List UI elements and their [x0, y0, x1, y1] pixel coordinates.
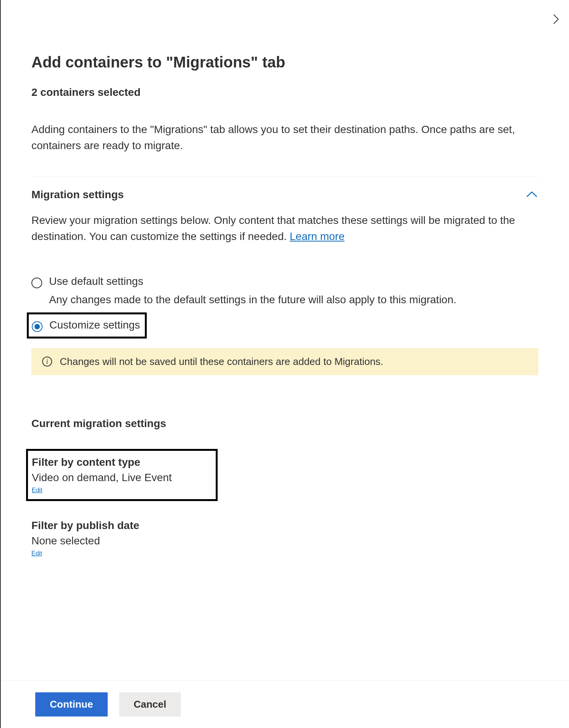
- edit-publish-date-link[interactable]: Edit: [31, 550, 42, 557]
- learn-more-link[interactable]: Learn more: [290, 230, 344, 242]
- filter-publish-date-title: Filter by publish date: [31, 519, 538, 532]
- page-description: Adding containers to the "Migrations" ta…: [31, 122, 538, 154]
- info-icon: i: [42, 357, 52, 366]
- migration-settings-description: Review your migration settings below. On…: [31, 212, 538, 245]
- customize-settings-radio[interactable]: [32, 321, 43, 332]
- selection-count: 2 containers selected: [31, 86, 538, 99]
- continue-button[interactable]: Continue: [35, 692, 108, 716]
- use-default-settings-label: Use default settings: [49, 275, 143, 288]
- use-default-settings-sublabel: Any changes made to the default settings…: [49, 292, 538, 308]
- customize-settings-highlight: Customize settings: [27, 312, 147, 339]
- cancel-button[interactable]: Cancel: [119, 692, 181, 716]
- footer-actions: Continue Cancel: [1, 680, 569, 728]
- use-default-settings-radio[interactable]: [31, 278, 42, 288]
- migration-settings-header: Migration settings: [31, 189, 124, 201]
- filter-publish-date-value: None selected: [31, 535, 538, 547]
- divider: [31, 177, 538, 177]
- filter-content-type-title: Filter by content type: [32, 456, 210, 468]
- close-panel-chevron-icon[interactable]: [551, 12, 561, 30]
- radio-dot-icon: [34, 324, 40, 329]
- info-banner-text: Changes will not be saved until these co…: [60, 356, 383, 368]
- info-banner: i Changes will not be saved until these …: [31, 348, 538, 375]
- page-title: Add containers to "Migrations" tab: [31, 54, 538, 71]
- filter-content-type-block: Filter by content type Video on demand, …: [26, 449, 218, 501]
- edit-content-type-link[interactable]: Edit: [32, 487, 43, 493]
- filter-publish-date-block: Filter by publish date None selected Edi…: [31, 519, 538, 557]
- chevron-up-icon[interactable]: [525, 189, 538, 201]
- filter-content-type-value: Video on demand, Live Event: [32, 472, 210, 484]
- current-migration-settings-header: Current migration settings: [31, 417, 538, 430]
- customize-settings-label: Customize settings: [49, 319, 140, 331]
- settings-mode-radio-group: Use default settings Any changes made to…: [31, 275, 538, 375]
- migration-settings-desc-text: Review your migration settings below. On…: [31, 214, 515, 242]
